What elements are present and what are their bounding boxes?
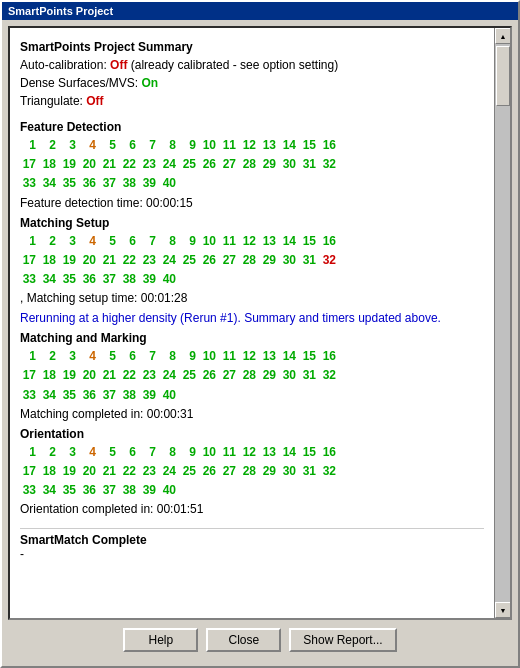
button-row: Help Close Show Report... bbox=[8, 620, 512, 660]
feature-row-1: 1 2 3 4 5 6 7 8 9 10 11 12 13 14 bbox=[20, 136, 484, 155]
num: 29 bbox=[260, 155, 280, 174]
triangulate-line: Triangulate: Off bbox=[20, 92, 484, 110]
num: 14 bbox=[280, 347, 300, 366]
window-title: SmartPoints Project bbox=[8, 5, 113, 17]
main-window: SmartPoints Project SmartPoints Project … bbox=[0, 0, 520, 668]
num: 38 bbox=[120, 386, 140, 405]
num: 28 bbox=[240, 155, 260, 174]
num: 38 bbox=[120, 481, 140, 500]
scroll-down-button[interactable]: ▼ bbox=[495, 602, 511, 618]
close-button[interactable]: Close bbox=[206, 628, 281, 652]
num: 12 bbox=[240, 443, 260, 462]
num: 11 bbox=[220, 136, 240, 155]
feature-row-3: 33 34 35 36 37 38 39 40 bbox=[20, 174, 484, 193]
num: 20 bbox=[80, 251, 100, 270]
num: 3 bbox=[60, 232, 80, 251]
num: 19 bbox=[60, 366, 80, 385]
num: 26 bbox=[200, 366, 220, 385]
matching-marking-grid: 1 2 3 4 5 6 7 8 9 10 11 12 13 14 bbox=[20, 347, 484, 405]
num: 19 bbox=[60, 462, 80, 481]
num: 6 bbox=[120, 136, 140, 155]
dense-value: On bbox=[141, 76, 158, 90]
matching-time: Matching completed in: 00:00:31 bbox=[20, 407, 484, 421]
num: 23 bbox=[140, 366, 160, 385]
scrollbar-thumb[interactable] bbox=[496, 46, 510, 106]
num: 30 bbox=[280, 155, 300, 174]
num: 23 bbox=[140, 462, 160, 481]
dense-label: Dense Surfaces/MVS: bbox=[20, 76, 141, 90]
num: 17 bbox=[20, 366, 40, 385]
num: 26 bbox=[200, 155, 220, 174]
num: 28 bbox=[240, 462, 260, 481]
num: 33 bbox=[20, 386, 40, 405]
matching-setup-row-1: 1 2 3 4 5 6 7 8 9 10 11 12 13 14 bbox=[20, 232, 484, 251]
num: 29 bbox=[260, 462, 280, 481]
num: 9 bbox=[180, 347, 200, 366]
num: 13 bbox=[260, 232, 280, 251]
num: 15 bbox=[300, 136, 320, 155]
matching-setup-time: , Matching setup time: 00:01:28 bbox=[20, 291, 484, 305]
num: 32 bbox=[320, 155, 340, 174]
num: 15 bbox=[300, 443, 320, 462]
num: 14 bbox=[280, 136, 300, 155]
matching-setup-row-3: 33 34 35 36 37 38 39 40 bbox=[20, 270, 484, 289]
num: 22 bbox=[120, 366, 140, 385]
num: 26 bbox=[200, 462, 220, 481]
scroll-up-button[interactable]: ▲ bbox=[495, 28, 511, 44]
num: 12 bbox=[240, 232, 260, 251]
orientation-grid: 1 2 3 4 5 6 7 8 9 10 11 12 13 14 bbox=[20, 443, 484, 501]
matching-marking-row-3: 33 34 35 36 37 38 39 40 bbox=[20, 386, 484, 405]
num: 1 bbox=[20, 443, 40, 462]
num: 27 bbox=[220, 462, 240, 481]
num: 10 bbox=[200, 232, 220, 251]
num: 37 bbox=[100, 481, 120, 500]
show-report-button[interactable]: Show Report... bbox=[289, 628, 396, 652]
num: 7 bbox=[140, 136, 160, 155]
num: 22 bbox=[120, 155, 140, 174]
feature-row-2: 17 18 19 20 21 22 23 24 25 26 27 28 29 3… bbox=[20, 155, 484, 174]
scrollbar-track[interactable] bbox=[495, 44, 510, 602]
num: 21 bbox=[100, 251, 120, 270]
num: 3 bbox=[60, 443, 80, 462]
num: 25 bbox=[180, 155, 200, 174]
autocalibration-value: Off bbox=[110, 58, 127, 72]
num: 17 bbox=[20, 251, 40, 270]
num: 20 bbox=[80, 462, 100, 481]
num: 37 bbox=[100, 270, 120, 289]
help-button[interactable]: Help bbox=[123, 628, 198, 652]
orientation-title: Orientation bbox=[20, 427, 484, 441]
num: 38 bbox=[120, 174, 140, 193]
num: 19 bbox=[60, 251, 80, 270]
num: 36 bbox=[80, 270, 100, 289]
num: 1 bbox=[20, 232, 40, 251]
num: 25 bbox=[180, 251, 200, 270]
feature-time: Feature detection time: 00:00:15 bbox=[20, 196, 484, 210]
num: 24 bbox=[160, 251, 180, 270]
num: 1 bbox=[20, 136, 40, 155]
num: 14 bbox=[280, 443, 300, 462]
scrollbar[interactable]: ▲ ▼ bbox=[494, 28, 510, 618]
num: 38 bbox=[120, 270, 140, 289]
num: 23 bbox=[140, 251, 160, 270]
num: 17 bbox=[20, 155, 40, 174]
num: 3 bbox=[60, 347, 80, 366]
num: 35 bbox=[60, 481, 80, 500]
num: 31 bbox=[300, 155, 320, 174]
num: 23 bbox=[140, 155, 160, 174]
num: 30 bbox=[280, 366, 300, 385]
num: 36 bbox=[80, 174, 100, 193]
num: 34 bbox=[40, 270, 60, 289]
triangulate-label: Triangulate: bbox=[20, 94, 86, 108]
feature-detection-title: Feature Detection bbox=[20, 120, 484, 134]
dense-line: Dense Surfaces/MVS: On bbox=[20, 74, 484, 92]
orientation-row-2: 17 18 19 20 21 22 23 24 25 26 27 28 29 3… bbox=[20, 462, 484, 481]
num: 27 bbox=[220, 155, 240, 174]
num: 35 bbox=[60, 270, 80, 289]
matching-marking-row-1: 1 2 3 4 5 6 7 8 9 10 11 12 13 14 bbox=[20, 347, 484, 366]
num: 13 bbox=[260, 136, 280, 155]
num: 8 bbox=[160, 136, 180, 155]
triangulate-value: Off bbox=[86, 94, 103, 108]
num: 31 bbox=[300, 366, 320, 385]
smartmatch-complete: SmartMatch Complete bbox=[20, 528, 484, 547]
num: 19 bbox=[60, 155, 80, 174]
